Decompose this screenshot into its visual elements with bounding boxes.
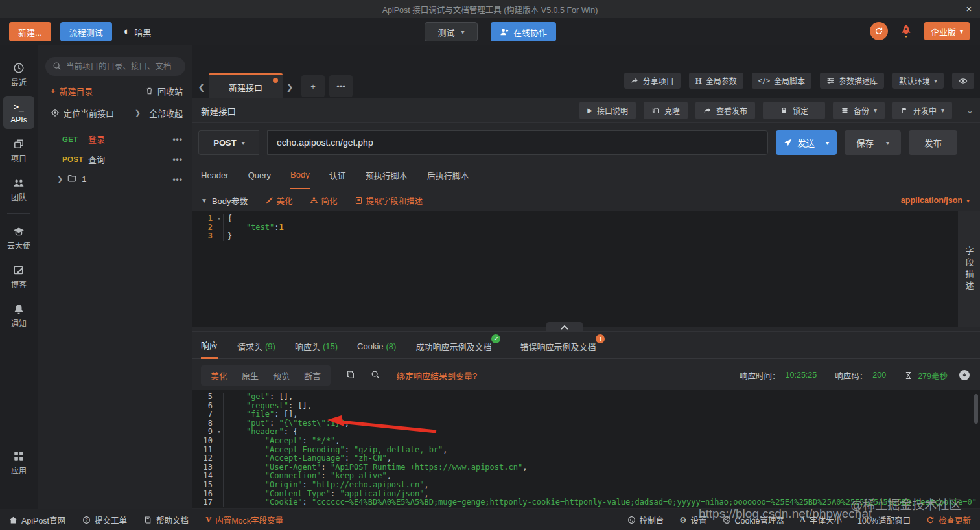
search-input[interactable] [45, 57, 185, 76]
console-button[interactable]: 控制台 [627, 514, 664, 526]
check-update-button[interactable]: 检查更新 [926, 514, 971, 526]
search-response-button[interactable] [371, 370, 380, 381]
tab-success-example[interactable]: 成功响应示例及文档 ✓ [415, 334, 491, 359]
bind-variable-link[interactable]: 绑定响应结果到变量? [397, 369, 477, 382]
locate-api-button[interactable]: 定位当前接口 [51, 107, 114, 119]
sidebar-item-notifications[interactable]: 通知 [3, 298, 34, 333]
new-folder-label: 新建目录 [60, 85, 93, 97]
cookie-manager-button[interactable]: Cookie管理器 [723, 514, 784, 526]
tab-response[interactable]: 响应 [201, 334, 218, 359]
backup-button[interactable]: 备份 ▾ [833, 102, 885, 119]
more-menu-icon[interactable]: ••• [172, 175, 183, 184]
api-doc-button[interactable]: ▶ 接口说明 [579, 102, 636, 119]
url-input[interactable] [267, 130, 768, 155]
tabs-scroll-right-icon[interactable]: ❯ [283, 75, 297, 98]
save-button[interactable]: 保存 ▾ [845, 130, 901, 155]
collapse-all-button[interactable]: ❯ 全部收起 [135, 107, 183, 119]
send-button[interactable]: 发送 ▾ [776, 130, 837, 155]
question-circle-icon: ? [82, 516, 91, 524]
view-assert[interactable]: 断言 [298, 368, 327, 383]
download-response-button[interactable] [959, 370, 970, 380]
beautify-button[interactable]: 美化 [265, 194, 293, 207]
share-project-button[interactable]: 分享项目 [624, 73, 681, 89]
response-collapse-handle[interactable] [546, 322, 583, 332]
maximize-button[interactable] [937, 0, 949, 18]
lock-button[interactable]: 锁定 [763, 102, 825, 119]
clone-button[interactable]: 克隆 [644, 102, 688, 119]
new-button[interactable]: 新建... [9, 22, 51, 41]
status-bar: ApiPost官网 ? 提交工单 帮助文档 V 内置Mock字段变量 控制台 ⚙… [0, 509, 980, 530]
field-description-sidetab[interactable]: 字段描述 [958, 211, 980, 327]
view-publish-button[interactable]: 查看发布 [695, 102, 755, 119]
submit-ticket-link[interactable]: ? 提交工单 [82, 514, 127, 526]
close-button[interactable]: × [963, 0, 975, 18]
global-script-button[interactable]: </> 全局脚本 [752, 73, 811, 89]
sidebar-item-team[interactable]: 团队 [3, 172, 34, 207]
sidebar-item-blog[interactable]: 博客 [3, 259, 34, 294]
extract-fields-button[interactable]: 提取字段和描述 [355, 194, 423, 207]
tree-item-query[interactable]: POST 查询 ••• [38, 149, 192, 169]
tab-auth[interactable]: 认证 [329, 162, 346, 189]
tab-cookie[interactable]: Cookie (8) [357, 334, 396, 359]
tab-more-button[interactable]: ••• [329, 75, 353, 97]
collapse-panel-icon[interactable]: ⌄ [966, 106, 974, 115]
project-env-select[interactable]: 测试 ▾ [425, 22, 478, 41]
mock-variables-link[interactable]: V 内置Mock字段变量 [205, 514, 283, 526]
content-type-value: application/json [901, 196, 962, 205]
tab-request-headers[interactable]: 请求头 (9) [237, 334, 275, 359]
preview-eye-button[interactable] [952, 73, 974, 89]
tab-query[interactable]: Query [248, 162, 271, 189]
param-library-button[interactable]: 参数描述库 [820, 73, 884, 89]
global-params-button[interactable]: H 全局参数 [689, 73, 743, 89]
sidebar-item-apis[interactable]: >_ APIs [3, 96, 34, 129]
sidebar-item-recent[interactable]: 最近 [3, 57, 34, 92]
flow-test-button[interactable]: 流程测试 [60, 22, 112, 41]
sidebar-item-apps[interactable]: 应用 [3, 445, 34, 480]
settings-button[interactable]: ⚙ 设置 [679, 514, 706, 526]
method-select[interactable]: POST ▾ [198, 130, 259, 155]
api-name: 查询 [88, 153, 105, 165]
content-type-select[interactable]: application/json ▾ [901, 196, 970, 205]
sidebar-item-projects[interactable]: 项目 [3, 133, 34, 168]
tab-body[interactable]: Body [290, 162, 310, 189]
response-body-viewer[interactable]: 5 "get": [],6 "request": [],7 "file": []… [192, 390, 980, 508]
view-raw[interactable]: 原生 [236, 368, 264, 383]
simplify-button[interactable]: 简化 [310, 194, 338, 207]
official-site-link[interactable]: ApiPost官网 [9, 514, 65, 526]
rocket-button[interactable] [898, 22, 914, 40]
body-json-editor[interactable]: 1▾{2 "test":13} [192, 211, 958, 327]
view-preview[interactable]: 预览 [267, 368, 296, 383]
fit-window-button[interactable]: 100%适配窗口 [858, 514, 911, 526]
tab-pre-script[interactable]: 预执行脚本 [366, 162, 408, 189]
edition-button[interactable]: 企业版 ▾ [924, 22, 970, 40]
new-folder-button[interactable]: + 新建目录 [51, 85, 93, 97]
tab-error-example[interactable]: 错误响应示例及文档 ! [520, 334, 596, 359]
scrollbar-thumb[interactable] [974, 394, 978, 424]
tab-new-api[interactable]: 新建接口 [209, 73, 283, 98]
dark-mode-toggle[interactable]: ◐ 暗黑 [124, 25, 151, 38]
copy-button[interactable] [346, 370, 355, 381]
sidebar-item-ambassador[interactable]: 云大使 [3, 220, 34, 255]
tree-item-login[interactable]: GET 登录 ••• [38, 129, 192, 149]
tree-item-folder-1[interactable]: ❯ 1 ••• [38, 169, 192, 189]
help-docs-link[interactable]: 帮助文档 [144, 514, 189, 526]
default-env-select[interactable]: 默认环境 ▾ [892, 73, 944, 89]
tab-response-headers[interactable]: 响应头 (15) [295, 334, 338, 359]
default-env-label: 默认环境 [899, 75, 930, 86]
recycle-bin-button[interactable]: 回收站 [145, 85, 183, 97]
view-beautify[interactable]: 美化 [205, 368, 233, 383]
more-menu-icon[interactable]: ••• [172, 135, 183, 144]
sync-button[interactable] [870, 22, 888, 40]
add-tab-button[interactable]: + [301, 75, 325, 97]
publish-button[interactable]: 发布 [909, 130, 957, 155]
tab-header[interactable]: Header [201, 162, 229, 189]
body-params-toggle[interactable]: ▼ Body参数 [201, 194, 248, 207]
minimize-button[interactable]: – [911, 0, 923, 18]
settings-label: 设置 [691, 514, 707, 526]
dev-status-button[interactable]: 开发中 ▾ [892, 102, 952, 119]
font-size-button[interactable]: A 字体大小 [800, 514, 842, 526]
tab-post-script[interactable]: 后执行脚本 [427, 162, 469, 189]
more-menu-icon[interactable]: ••• [172, 155, 183, 164]
online-collab-button[interactable]: 在线协作 [491, 22, 556, 41]
tabs-scroll-left-icon[interactable]: ❮ [194, 75, 209, 98]
